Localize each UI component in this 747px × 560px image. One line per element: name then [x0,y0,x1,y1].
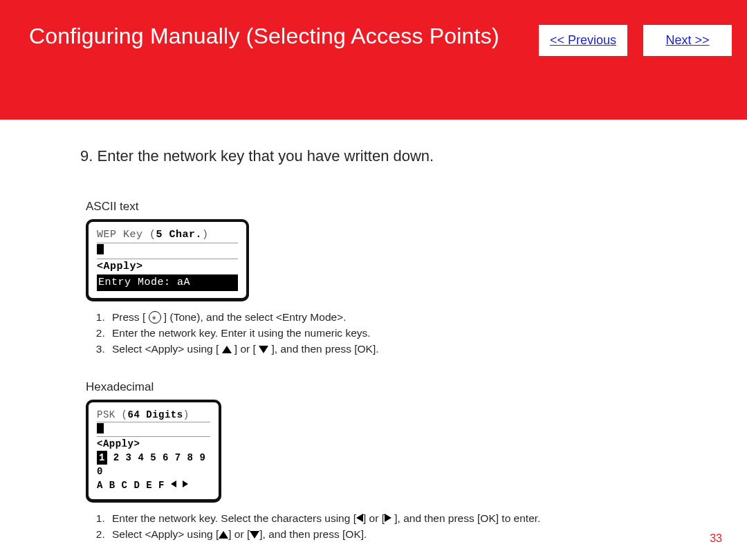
step-heading: 9. Enter the network key that you have w… [80,147,706,165]
lcd-ascii: WEP Key (5 Char.) <Apply> Entry Mode: aA [86,219,249,301]
text: ] or [ [232,343,259,355]
header-bar: Configuring Manually (Selecting Access P… [0,0,747,120]
lcd-hex-digits: 1 2 3 4 5 6 7 8 9 0 [97,451,210,478]
down-arrow-icon [250,531,259,539]
previous-button[interactable]: << Previous [539,25,627,56]
text: ] or [ [363,512,385,524]
lcd-text: PSK ( [97,409,128,420]
lcd-text: WEP Key ( [97,229,156,241]
ascii-step-1: Press [ ] (Tone), and the select <Entry … [108,309,706,325]
selected-char: 1 [97,451,107,465]
text: ], and then press [OK]. [259,528,367,540]
lcd-hex-letters: A B C D E F [97,478,210,492]
ascii-steps-list: Press [ ] (Tone), and the select <Entry … [108,309,706,357]
lcd-text: 2 3 4 5 6 7 8 9 0 [97,452,205,477]
hex-step-2: Select <Apply> using [] or [], and then … [108,526,706,542]
hex-label: Hexadecimal [86,380,706,394]
ascii-step-2: Enter the network key. Enter it using th… [108,325,706,341]
ascii-label: ASCII text [86,200,706,214]
lcd-text: ) [183,409,190,420]
step-text: Enter the network key that you have writ… [97,147,434,165]
left-arrow-icon [171,480,176,487]
lcd-text: Char. [163,229,202,241]
lcd-ascii-entrymode: Entry Mode: aA [97,274,238,291]
lcd-ascii-apply: <Apply> [97,259,238,274]
text: ], and then press [OK] to enter. [391,512,540,524]
lcd-hex-cursor [97,422,210,437]
down-arrow-icon [259,346,268,353]
lcd-hex: PSK (64 Digits) <Apply> 1 2 3 4 5 6 7 8 … [86,400,221,502]
text: Select <Apply> using [ [112,528,219,540]
left-arrow-icon [356,514,363,522]
hex-step-1: Enter the network key. Select the charac… [108,510,706,526]
cursor-icon [97,423,104,433]
right-arrow-icon [385,514,391,522]
lcd-text: A B C D E F [97,480,171,491]
up-arrow-icon [219,531,228,539]
text: Press [ [112,311,149,323]
lcd-ascii-line1: WEP Key (5 Char.) [97,227,238,243]
lcd-hex-line1: PSK (64 Digits) [97,408,210,422]
lcd-text: Digits [140,409,183,420]
tone-icon [149,311,161,324]
lcd-text: 64 [128,409,140,420]
text: Select <Apply> using [ [112,343,222,355]
lcd-ascii-cursor [97,243,238,259]
text: Enter the network key. Select the charac… [112,512,356,524]
lcd-text: 5 [156,229,163,241]
right-arrow-icon [183,480,188,487]
text: ], and then press [OK]. [268,343,378,355]
page-title: Configuring Manually (Selecting Access P… [29,24,499,49]
content-area: 9. Enter the network key that you have w… [0,120,747,560]
step-number: 9. [80,147,93,165]
text: ] or [ [228,528,250,540]
page-root: Configuring Manually (Selecting Access P… [0,0,747,560]
lcd-text: ) [202,229,209,241]
page-number: 33 [710,532,722,545]
up-arrow-icon [222,346,232,353]
ascii-step-3: Select <Apply> using [ ] or [ ], and the… [108,341,706,357]
cursor-icon [97,244,104,254]
next-button[interactable]: Next >> [643,25,732,56]
lcd-hex-apply: <Apply> [97,437,210,451]
hex-steps-list: Enter the network key. Select the charac… [108,510,706,542]
lcd-hilite-text: Entry Mode: aA [97,274,238,291]
text: ] (Tone), and the select <Entry Mode>. [161,311,347,323]
